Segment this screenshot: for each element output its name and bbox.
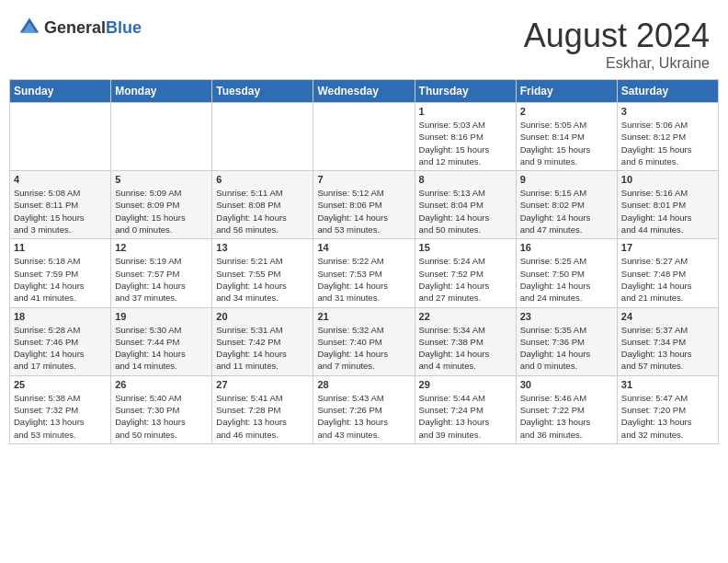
logo-blue-text: Blue <box>106 18 142 37</box>
calendar-cell: 2Sunrise: 5:05 AM Sunset: 8:14 PM Daylig… <box>516 103 617 171</box>
logo-icon <box>18 17 40 39</box>
day-info: Sunrise: 5:41 AM Sunset: 7:28 PM Dayligh… <box>216 392 309 441</box>
day-number: 3 <box>621 106 714 117</box>
title-block: August 2024 Eskhar, Ukraine <box>524 17 710 72</box>
day-info: Sunrise: 5:18 AM Sunset: 7:59 PM Dayligh… <box>14 255 107 304</box>
day-of-week-header: Wednesday <box>313 80 415 103</box>
calendar-cell: 24Sunrise: 5:37 AM Sunset: 7:34 PM Dayli… <box>617 307 718 375</box>
calendar-cell: 22Sunrise: 5:34 AM Sunset: 7:38 PM Dayli… <box>415 307 516 375</box>
day-info: Sunrise: 5:34 AM Sunset: 7:38 PM Dayligh… <box>419 324 512 373</box>
day-number: 29 <box>419 379 512 390</box>
day-of-week-header: Tuesday <box>212 80 313 103</box>
calendar-cell: 18Sunrise: 5:28 AM Sunset: 7:46 PM Dayli… <box>10 307 111 375</box>
day-of-week-header: Thursday <box>415 80 516 103</box>
day-number: 5 <box>115 174 208 185</box>
day-info: Sunrise: 5:38 AM Sunset: 7:32 PM Dayligh… <box>14 392 107 441</box>
calendar-cell: 26Sunrise: 5:40 AM Sunset: 7:30 PM Dayli… <box>111 375 212 443</box>
day-number: 23 <box>520 311 613 322</box>
day-number: 15 <box>419 242 512 253</box>
day-info: Sunrise: 5:16 AM Sunset: 8:01 PM Dayligh… <box>621 187 714 236</box>
calendar-cell: 12Sunrise: 5:19 AM Sunset: 7:57 PM Dayli… <box>111 239 212 307</box>
day-number: 10 <box>621 174 714 185</box>
location: Eskhar, Ukraine <box>524 55 710 72</box>
day-info: Sunrise: 5:30 AM Sunset: 7:44 PM Dayligh… <box>115 324 208 373</box>
day-number: 4 <box>14 174 107 185</box>
calendar-cell: 11Sunrise: 5:18 AM Sunset: 7:59 PM Dayli… <box>10 239 111 307</box>
day-number: 2 <box>520 106 613 117</box>
day-info: Sunrise: 5:03 AM Sunset: 8:16 PM Dayligh… <box>419 119 512 167</box>
day-of-week-header: Sunday <box>10 80 111 103</box>
month-year: August 2024 <box>524 17 710 55</box>
calendar-week-row: 25Sunrise: 5:38 AM Sunset: 7:32 PM Dayli… <box>10 375 719 443</box>
calendar-cell <box>212 103 313 171</box>
day-number: 27 <box>216 379 309 390</box>
day-info: Sunrise: 5:06 AM Sunset: 8:12 PM Dayligh… <box>621 119 714 167</box>
calendar-cell: 3Sunrise: 5:06 AM Sunset: 8:12 PM Daylig… <box>617 103 718 171</box>
calendar-cell: 29Sunrise: 5:44 AM Sunset: 7:24 PM Dayli… <box>415 375 516 443</box>
day-number: 19 <box>115 311 208 322</box>
calendar-cell: 15Sunrise: 5:24 AM Sunset: 7:52 PM Dayli… <box>415 239 516 307</box>
calendar-week-row: 1Sunrise: 5:03 AM Sunset: 8:16 PM Daylig… <box>10 103 719 171</box>
day-info: Sunrise: 5:22 AM Sunset: 7:53 PM Dayligh… <box>317 255 410 304</box>
day-info: Sunrise: 5:28 AM Sunset: 7:46 PM Dayligh… <box>14 324 107 373</box>
calendar-cell: 1Sunrise: 5:03 AM Sunset: 8:16 PM Daylig… <box>415 103 516 171</box>
day-info: Sunrise: 5:15 AM Sunset: 8:02 PM Dayligh… <box>520 187 613 236</box>
calendar-cell <box>111 103 212 171</box>
day-number: 16 <box>520 242 613 253</box>
day-info: Sunrise: 5:31 AM Sunset: 7:42 PM Dayligh… <box>216 324 309 373</box>
calendar-cell: 5Sunrise: 5:09 AM Sunset: 8:09 PM Daylig… <box>111 171 212 239</box>
day-of-week-header: Friday <box>516 80 617 103</box>
day-info: Sunrise: 5:05 AM Sunset: 8:14 PM Dayligh… <box>520 119 613 167</box>
calendar-cell: 17Sunrise: 5:27 AM Sunset: 7:48 PM Dayli… <box>617 239 718 307</box>
calendar-cell: 9Sunrise: 5:15 AM Sunset: 8:02 PM Daylig… <box>516 171 617 239</box>
day-of-week-header: Monday <box>111 80 212 103</box>
day-info: Sunrise: 5:32 AM Sunset: 7:40 PM Dayligh… <box>317 324 410 373</box>
day-info: Sunrise: 5:46 AM Sunset: 7:22 PM Dayligh… <box>520 392 613 441</box>
day-info: Sunrise: 5:21 AM Sunset: 7:55 PM Dayligh… <box>216 255 309 304</box>
day-number: 8 <box>419 174 512 185</box>
calendar-header-row: SundayMondayTuesdayWednesdayThursdayFrid… <box>10 80 719 103</box>
day-number: 18 <box>14 311 107 322</box>
day-info: Sunrise: 5:44 AM Sunset: 7:24 PM Dayligh… <box>419 392 512 441</box>
day-info: Sunrise: 5:37 AM Sunset: 7:34 PM Dayligh… <box>621 324 714 373</box>
day-number: 12 <box>115 242 208 253</box>
day-info: Sunrise: 5:43 AM Sunset: 7:26 PM Dayligh… <box>317 392 410 441</box>
day-number: 13 <box>216 242 309 253</box>
day-number: 20 <box>216 311 309 322</box>
day-info: Sunrise: 5:11 AM Sunset: 8:08 PM Dayligh… <box>216 187 309 236</box>
calendar-cell: 13Sunrise: 5:21 AM Sunset: 7:55 PM Dayli… <box>212 239 313 307</box>
day-info: Sunrise: 5:09 AM Sunset: 8:09 PM Dayligh… <box>115 187 208 236</box>
logo: GeneralBlue <box>18 17 142 39</box>
day-number: 21 <box>317 311 410 322</box>
calendar-week-row: 4Sunrise: 5:08 AM Sunset: 8:11 PM Daylig… <box>10 171 719 239</box>
day-of-week-header: Saturday <box>617 80 718 103</box>
calendar-cell: 20Sunrise: 5:31 AM Sunset: 7:42 PM Dayli… <box>212 307 313 375</box>
calendar-table: SundayMondayTuesdayWednesdayThursdayFrid… <box>9 79 719 444</box>
day-number: 7 <box>317 174 410 185</box>
day-number: 24 <box>621 311 714 322</box>
calendar-cell <box>10 103 111 171</box>
calendar-cell: 19Sunrise: 5:30 AM Sunset: 7:44 PM Dayli… <box>111 307 212 375</box>
day-info: Sunrise: 5:27 AM Sunset: 7:48 PM Dayligh… <box>621 255 714 304</box>
day-info: Sunrise: 5:40 AM Sunset: 7:30 PM Dayligh… <box>115 392 208 441</box>
day-info: Sunrise: 5:13 AM Sunset: 8:04 PM Dayligh… <box>419 187 512 236</box>
calendar-cell: 25Sunrise: 5:38 AM Sunset: 7:32 PM Dayli… <box>10 375 111 443</box>
calendar-cell: 16Sunrise: 5:25 AM Sunset: 7:50 PM Dayli… <box>516 239 617 307</box>
day-info: Sunrise: 5:12 AM Sunset: 8:06 PM Dayligh… <box>317 187 410 236</box>
day-info: Sunrise: 5:24 AM Sunset: 7:52 PM Dayligh… <box>419 255 512 304</box>
calendar-cell: 6Sunrise: 5:11 AM Sunset: 8:08 PM Daylig… <box>212 171 313 239</box>
day-number: 9 <box>520 174 613 185</box>
day-info: Sunrise: 5:35 AM Sunset: 7:36 PM Dayligh… <box>520 324 613 373</box>
day-info: Sunrise: 5:19 AM Sunset: 7:57 PM Dayligh… <box>115 255 208 304</box>
day-number: 30 <box>520 379 613 390</box>
calendar-cell: 14Sunrise: 5:22 AM Sunset: 7:53 PM Dayli… <box>313 239 415 307</box>
calendar-cell: 28Sunrise: 5:43 AM Sunset: 7:26 PM Dayli… <box>313 375 415 443</box>
calendar-cell: 4Sunrise: 5:08 AM Sunset: 8:11 PM Daylig… <box>10 171 111 239</box>
day-number: 1 <box>419 106 512 117</box>
calendar-cell: 7Sunrise: 5:12 AM Sunset: 8:06 PM Daylig… <box>313 171 415 239</box>
day-number: 14 <box>317 242 410 253</box>
day-number: 6 <box>216 174 309 185</box>
calendar-cell: 23Sunrise: 5:35 AM Sunset: 7:36 PM Dayli… <box>516 307 617 375</box>
calendar-week-row: 18Sunrise: 5:28 AM Sunset: 7:46 PM Dayli… <box>10 307 719 375</box>
logo-general-text: General <box>44 18 106 37</box>
